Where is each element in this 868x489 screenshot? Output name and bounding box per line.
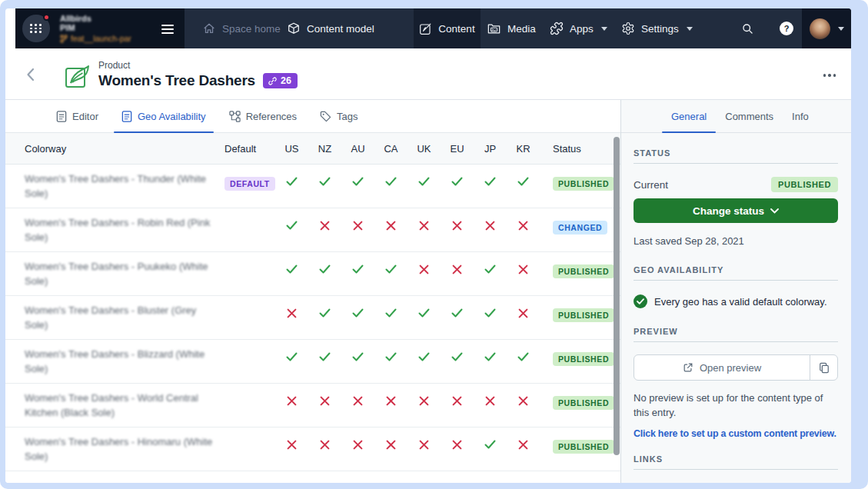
tab-references[interactable]: References: [221, 100, 304, 132]
table-row[interactable]: Women's Tree Dashers - Puukeko (White So…: [5, 252, 620, 296]
table-row[interactable]: Women's Tree Dashers - Robin Red (Pink S…: [5, 208, 620, 252]
check-icon: [484, 352, 496, 361]
copy-preview-link-button[interactable]: [810, 355, 837, 380]
content-icon: [419, 22, 432, 35]
default-cell: [224, 384, 275, 427]
current-label: Current: [634, 179, 668, 191]
tag-icon: [320, 111, 331, 122]
open-preview-button[interactable]: Open preview: [634, 354, 838, 381]
table-row[interactable]: Women's Tree Dashers - World Central Kit…: [5, 384, 620, 427]
geo-cell: [374, 165, 407, 208]
geo-cell: [407, 384, 441, 427]
check-icon: [286, 352, 298, 361]
geo-cell: [474, 165, 507, 208]
back-button[interactable]: [26, 68, 35, 82]
tab-tags[interactable]: Tags: [312, 100, 365, 132]
tab-comments[interactable]: Comments: [716, 100, 783, 132]
colorway-name: Women's Tree Dashers - Puukeko (White So…: [5, 252, 224, 295]
geo-cell: [374, 208, 407, 251]
gear-icon: [621, 22, 635, 35]
tab-general[interactable]: General: [662, 100, 716, 132]
org-text: Allbirds PIM feat__launch-par: [60, 14, 131, 43]
geo-cell: [407, 252, 441, 295]
nav-content[interactable]: Content: [414, 8, 481, 48]
link-icon: [268, 76, 278, 86]
search-icon: [741, 22, 754, 35]
cross-icon: [452, 440, 462, 450]
search-button[interactable]: [741, 8, 754, 48]
table-row[interactable]: Women's Tree Dashers - Hinomaru (White S…: [5, 427, 620, 471]
check-icon: [484, 308, 496, 318]
cross-icon: [353, 221, 363, 231]
geo-cell: [441, 252, 474, 295]
preview-note: No preview is set up for the content typ…: [634, 391, 838, 420]
check-icon: [418, 308, 430, 318]
geo-cell: [407, 340, 441, 383]
change-status-button[interactable]: Change status: [634, 198, 838, 223]
geo-valid-message: Every geo has a valid default colorway.: [634, 294, 838, 308]
entry-actions-menu[interactable]: [823, 74, 836, 77]
geo-cell: [474, 208, 507, 251]
geo-cell: [308, 384, 341, 427]
geo-cell: [341, 427, 374, 471]
cross-icon: [320, 221, 330, 231]
entry-header: Product Women's Tree Dashers 26: [5, 48, 851, 100]
cross-icon: [518, 308, 528, 318]
open-preview-main[interactable]: Open preview: [634, 355, 810, 380]
cross-icon: [485, 396, 495, 406]
nav-settings[interactable]: Settings: [621, 8, 693, 48]
check-icon: [352, 177, 364, 186]
check-icon: [286, 264, 298, 274]
screenshot-frame: Allbirds PIM feat__launch-par Space home…: [0, 0, 868, 489]
geo-cell: [374, 340, 407, 383]
cross-icon: [353, 440, 363, 450]
entry-sidebar: General Comments Info STATUS Current PUB…: [620, 100, 851, 483]
status-cell: PUBLISHED: [540, 165, 620, 208]
chevron-down-icon: [601, 27, 607, 31]
geo-cell: [341, 384, 374, 427]
geo-cell: [474, 427, 507, 471]
column-ca: CA: [374, 143, 407, 155]
vertical-scrollbar[interactable]: [614, 137, 620, 455]
help-button[interactable]: ?: [780, 8, 793, 48]
nav-media[interactable]: Media: [487, 8, 536, 48]
tab-editor[interactable]: Editor: [48, 100, 106, 132]
nav-apps[interactable]: Apps: [550, 8, 607, 48]
table-row[interactable]: Women's Tree Dashers - Blizzard (White S…: [5, 340, 620, 384]
geo-table-body: Women's Tree Dashers - Thunder (White So…: [5, 165, 620, 471]
preview-setup-link[interactable]: Click here to set up a custom content pr…: [634, 428, 838, 439]
column-default: Default: [224, 143, 275, 155]
column-nz: NZ: [308, 143, 341, 155]
check-icon: [286, 221, 298, 230]
nav-content-model[interactable]: Content model: [287, 8, 374, 48]
nav-space-home[interactable]: Space home: [202, 8, 281, 48]
geo-cell: [308, 208, 341, 251]
geo-cell: [308, 252, 341, 295]
colorway-name: Women's Tree Dashers - Hinomaru (White S…: [5, 427, 224, 471]
geo-cell: [407, 208, 441, 251]
table-row[interactable]: Women's Tree Dashers - Thunder (White So…: [5, 165, 620, 208]
column-eu: EU: [441, 143, 474, 155]
default-badge: DEFAULT: [224, 177, 275, 191]
org-branch[interactable]: feat__launch-par: [60, 34, 131, 43]
check-icon: [451, 352, 463, 361]
cross-icon: [287, 308, 297, 318]
tab-info[interactable]: Info: [783, 100, 818, 132]
geo-cell: [474, 296, 507, 339]
cross-icon: [419, 440, 429, 450]
row-status-badge: CHANGED: [553, 221, 607, 235]
account-menu[interactable]: [802, 8, 851, 48]
table-row[interactable]: Women's Tree Dashers - Bluster (Grey Sol…: [5, 296, 620, 340]
cross-icon: [353, 396, 363, 406]
default-cell: [224, 208, 275, 251]
references-count-badge[interactable]: 26: [263, 73, 298, 88]
geo-cell: [507, 165, 540, 208]
check-icon: [319, 177, 331, 186]
column-colorway: Colorway: [5, 143, 224, 155]
tab-geo-availability[interactable]: Geo Availability: [114, 100, 214, 132]
check-icon: [319, 352, 331, 361]
check-icon: [451, 308, 463, 318]
menu-toggle-button[interactable]: [161, 25, 174, 36]
cross-icon: [518, 221, 528, 231]
app-grid-button[interactable]: [22, 15, 50, 42]
